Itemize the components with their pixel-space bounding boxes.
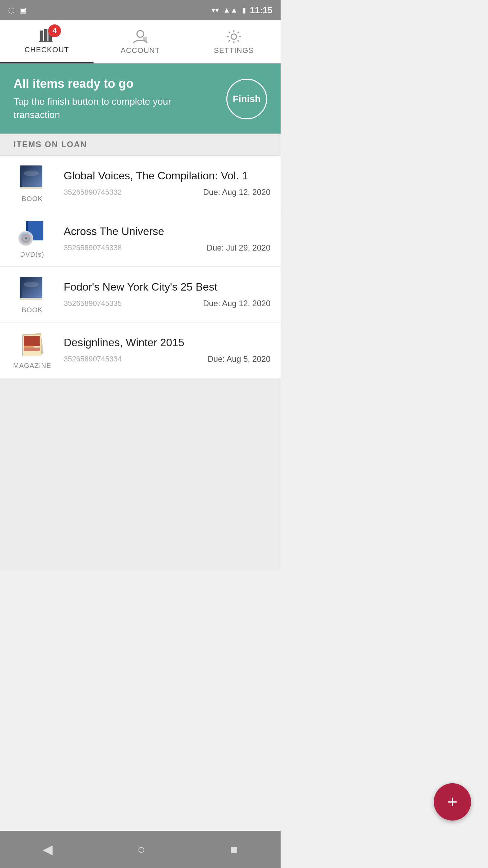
item-meta-2: 35265890745338 Due: Jul 29, 2020 bbox=[64, 243, 270, 253]
wifi-icon: ▾▾ bbox=[211, 6, 219, 15]
svg-rect-28 bbox=[24, 346, 34, 348]
list-item: MAGAZINE Designlines, Winter 2015 352658… bbox=[0, 322, 281, 378]
section-header: ITEMS ON LOAN bbox=[0, 134, 281, 156]
item-meta-1: 35265890745332 Due: Aug 12, 2020 bbox=[64, 188, 270, 197]
item-title-4: Designlines, Winter 2015 bbox=[64, 336, 270, 349]
list-item: BOOK Fodor's New York City's 25 Best 352… bbox=[0, 267, 281, 322]
list-item: DVD(s) Across The Universe 3526589074533… bbox=[0, 211, 281, 267]
item-media-dvd: DVD(s) bbox=[10, 219, 54, 258]
item-meta-3: 35265890745335 Due: Aug 12, 2020 bbox=[64, 299, 270, 308]
item-barcode-4: 35265890745334 bbox=[64, 355, 122, 363]
item-barcode-1: 35265890745332 bbox=[64, 188, 122, 197]
settings-label: SETTINGS bbox=[214, 46, 254, 55]
magazine-icon bbox=[17, 331, 47, 358]
gray-fill-area bbox=[0, 378, 281, 570]
item-title-2: Across The Universe bbox=[64, 225, 270, 238]
banner-subtitle: Tap the finish button to complete your t… bbox=[14, 95, 216, 121]
svg-point-10 bbox=[24, 171, 39, 176]
account-label: ACCOUNT bbox=[121, 46, 160, 55]
checkout-label: CHECKOUT bbox=[24, 45, 69, 54]
sd-icon: ▣ bbox=[19, 6, 26, 15]
item-type-2: DVD(s) bbox=[20, 251, 44, 258]
svg-rect-26 bbox=[24, 336, 40, 346]
item-details-1: Global Voices, The Compilation: Vol. 1 3… bbox=[54, 170, 270, 197]
finish-button[interactable]: Finish bbox=[226, 79, 267, 119]
item-barcode-3: 35265890745335 bbox=[64, 299, 122, 308]
item-barcode-2: 35265890745338 bbox=[64, 243, 122, 252]
book-icon bbox=[17, 164, 47, 191]
item-title-1: Global Voices, The Compilation: Vol. 1 bbox=[64, 170, 270, 182]
svg-rect-9 bbox=[20, 165, 22, 188]
item-due-1: Due: Aug 12, 2020 bbox=[203, 188, 270, 197]
item-due-2: Due: Jul 29, 2020 bbox=[207, 243, 270, 253]
checkout-badge: 4 bbox=[48, 24, 61, 37]
svg-point-4 bbox=[137, 31, 144, 37]
signal-icon: ▲▲ bbox=[223, 6, 238, 15]
item-media-book-1: BOOK bbox=[10, 164, 54, 203]
svg-rect-1 bbox=[44, 29, 47, 41]
item-meta-4: 35265890745334 Due: Aug 5, 2020 bbox=[64, 354, 270, 364]
svg-point-18 bbox=[25, 237, 27, 239]
items-list: BOOK Global Voices, The Compilation: Vol… bbox=[0, 156, 281, 378]
svg-point-7 bbox=[231, 34, 237, 39]
item-details-3: Fodor's New York City's 25 Best 35265890… bbox=[54, 281, 270, 308]
list-item: BOOK Global Voices, The Compilation: Vol… bbox=[0, 156, 281, 211]
item-type-4: MAGAZINE bbox=[13, 362, 51, 370]
banner-title: All items ready to go bbox=[14, 77, 216, 91]
tab-checkout[interactable]: 4 CHECKOUT bbox=[0, 20, 94, 63]
svg-rect-11 bbox=[20, 187, 42, 189]
svg-rect-3 bbox=[39, 41, 53, 42]
svg-rect-20 bbox=[20, 277, 22, 299]
item-media-book-3: BOOK bbox=[10, 275, 54, 314]
checkout-banner: All items ready to go Tap the finish but… bbox=[0, 64, 281, 134]
tab-settings[interactable]: SETTINGS bbox=[187, 20, 281, 63]
tab-account[interactable]: ACCOUNT bbox=[94, 20, 187, 63]
battery-icon: ▮ bbox=[242, 6, 246, 15]
status-bar-right: ▾▾ ▲▲ ▮ 11:15 bbox=[211, 5, 272, 16]
item-type-3: BOOK bbox=[22, 306, 43, 314]
circle-icon: ◌ bbox=[8, 6, 15, 15]
svg-rect-22 bbox=[20, 298, 42, 300]
item-due-3: Due: Aug 12, 2020 bbox=[203, 299, 270, 308]
page-wrapper: 4 CHECKOUT ACCOUNT bbox=[0, 20, 281, 570]
svg-rect-0 bbox=[40, 31, 43, 41]
item-details-4: Designlines, Winter 2015 35265890745334 … bbox=[54, 336, 270, 364]
status-bar: ◌ ▣ ▾▾ ▲▲ ▮ 11:15 bbox=[0, 0, 281, 20]
settings-icon bbox=[226, 29, 242, 44]
svg-rect-8 bbox=[20, 165, 42, 188]
item-media-magazine: MAGAZINE bbox=[10, 331, 54, 370]
book-icon-2 bbox=[17, 275, 47, 302]
status-bar-left: ◌ ▣ bbox=[8, 6, 26, 15]
svg-rect-19 bbox=[20, 277, 42, 299]
dvd-icon bbox=[17, 219, 47, 246]
banner-text: All items ready to go Tap the finish but… bbox=[14, 77, 216, 121]
item-title-3: Fodor's New York City's 25 Best bbox=[64, 281, 270, 293]
svg-rect-27 bbox=[24, 348, 40, 351]
account-icon bbox=[132, 29, 148, 44]
top-nav: 4 CHECKOUT ACCOUNT bbox=[0, 20, 281, 64]
status-time: 11:15 bbox=[250, 5, 273, 16]
svg-point-21 bbox=[24, 282, 39, 287]
item-due-4: Due: Aug 5, 2020 bbox=[208, 354, 270, 364]
item-details-2: Across The Universe 35265890745338 Due: … bbox=[54, 225, 270, 253]
item-type-1: BOOK bbox=[22, 195, 43, 203]
